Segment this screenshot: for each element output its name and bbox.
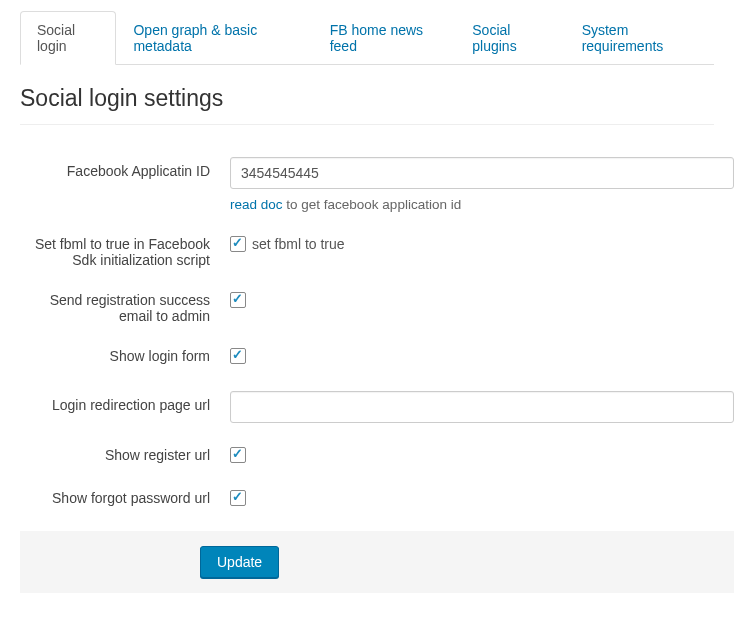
page-title: Social login settings [20, 85, 714, 125]
tab-system-requirements[interactable]: System requirements [565, 11, 714, 65]
show-register-label: Show register url [20, 447, 230, 463]
reg-email-checkbox[interactable] [230, 292, 246, 308]
fbml-label: Set fbml to true in Facebook Sdk initial… [20, 236, 230, 268]
fb-app-id-label: Facebook Applicatin ID [20, 157, 230, 179]
tab-fb-news-feed[interactable]: FB home news feed [313, 11, 456, 65]
tab-social-plugins[interactable]: Social plugins [455, 11, 564, 65]
fb-app-id-input[interactable] [230, 157, 734, 189]
tab-open-graph[interactable]: Open graph & basic metadata [116, 11, 312, 65]
update-button[interactable]: Update [200, 546, 279, 578]
fb-app-id-help-suffix: to get facebook application id [283, 197, 462, 212]
show-forgot-checkbox[interactable] [230, 490, 246, 506]
tabs-nav: Social login Open graph & basic metadata… [20, 10, 714, 65]
show-forgot-label: Show forgot password url [20, 490, 230, 506]
fbml-checkbox[interactable] [230, 236, 246, 252]
settings-form: Facebook Applicatin ID read doc to get f… [0, 135, 734, 521]
show-login-checkbox[interactable] [230, 348, 246, 364]
redirect-url-input[interactable] [230, 391, 734, 423]
redirect-url-label: Login redirection page url [20, 391, 230, 413]
submit-bar: Update [20, 531, 734, 593]
show-login-label: Show login form [20, 348, 230, 364]
fb-app-id-help: read doc to get facebook application id [230, 197, 734, 212]
show-register-checkbox[interactable] [230, 447, 246, 463]
reg-email-label: Send registration success email to admin [20, 292, 230, 324]
fbml-checkbox-label: set fbml to true [252, 236, 345, 252]
read-doc-link[interactable]: read doc [230, 197, 283, 212]
tab-social-login[interactable]: Social login [20, 11, 116, 65]
